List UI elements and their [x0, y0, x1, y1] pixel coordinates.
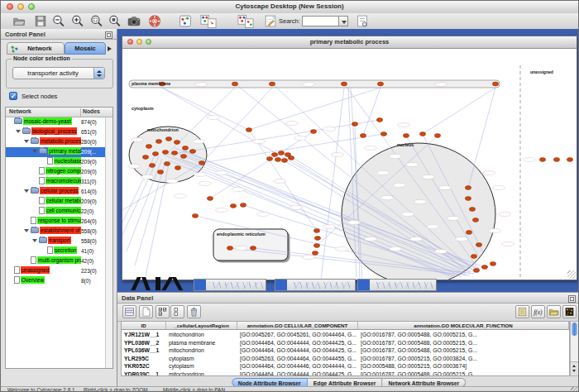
network-node[interactable]	[313, 229, 319, 233]
network-edge[interactable]	[363, 88, 380, 136]
network-node[interactable]	[492, 82, 498, 86]
network-node[interactable]	[472, 218, 478, 222]
table-column-header[interactable]: annotation.GO MOLECULAR_FUNCTION	[358, 322, 569, 330]
tree-row-4[interactable]: nucleobase-209(0)	[6, 157, 106, 167]
manual-layout-icon[interactable]	[263, 14, 278, 28]
attribute-grid-icon[interactable]	[122, 305, 136, 318]
network-node[interactable]	[434, 134, 440, 138]
tree-row-15[interactable]: unassigned223(0)	[6, 266, 106, 276]
network-node[interactable]	[240, 203, 246, 208]
zoom-fit-content-icon[interactable]	[108, 14, 122, 28]
network-node[interactable]	[476, 243, 481, 247]
network-node[interactable]	[232, 82, 237, 86]
network-node[interactable]	[310, 130, 316, 134]
network-node[interactable]	[175, 166, 180, 170]
network-node[interactable]	[157, 170, 163, 174]
tree-row-16[interactable]: Overview8(0)	[6, 276, 106, 286]
function-builder-icon[interactable]: f(x)	[531, 305, 545, 318]
network-node[interactable]	[313, 244, 319, 248]
network-node[interactable]	[469, 208, 475, 212]
float-panel-icon[interactable]	[105, 31, 112, 39]
network-node[interactable]	[360, 134, 366, 138]
tab-overflow-icon[interactable]	[106, 42, 114, 55]
network-node[interactable]	[275, 158, 280, 162]
table-cell[interactable]: mitochondrion	[166, 331, 237, 339]
tree-row-10[interactable]: response to stimulu264(0)	[6, 217, 106, 227]
search-input[interactable]	[302, 16, 341, 26]
network-node[interactable]	[539, 158, 545, 162]
network-node[interactable]	[567, 158, 572, 162]
table-cell[interactable]: [GO:0045267, GO:0045261, GO:0044464, G..…	[237, 331, 358, 339]
tree-row-14[interactable]: multi-organism pro42(0)	[6, 256, 106, 266]
network-node[interactable]	[182, 146, 188, 151]
network-node[interactable]	[162, 151, 168, 155]
help-lifebuoy-icon[interactable]	[147, 14, 162, 28]
tree-scrollbar[interactable]	[105, 117, 112, 368]
network-node[interactable]	[490, 262, 495, 266]
network-node[interactable]	[281, 159, 287, 163]
tree-row-7[interactable]: cellular process614(0)	[6, 187, 106, 197]
network-node[interactable]	[174, 141, 179, 145]
minimize-network-icon[interactable]	[136, 39, 142, 45]
network-node[interactable]	[230, 204, 236, 208]
network-node[interactable]	[465, 186, 471, 190]
network-node[interactable]	[199, 161, 204, 165]
birdseye-view-icon[interactable]	[178, 14, 193, 28]
close-window-icon[interactable]	[7, 3, 13, 10]
zoom-selected-region-icon[interactable]	[89, 14, 104, 28]
table-cell[interactable]: [GO:0016787, GO:0005488, GO:0005215, G..…	[358, 370, 569, 377]
network-node[interactable]	[192, 214, 198, 218]
table-cell[interactable]: YJR121W__1	[122, 331, 166, 339]
network-node[interactable]	[269, 82, 275, 86]
table-cell[interactable]: [GO:0005488, GO:0005215, GO:0003674]	[358, 362, 569, 370]
network-node[interactable]	[246, 128, 251, 132]
network-node[interactable]	[471, 255, 476, 259]
network-node[interactable]	[171, 151, 177, 155]
import-attributes-icon[interactable]	[547, 305, 561, 318]
select-all-attributes-icon[interactable]	[156, 305, 170, 318]
tree-row-0[interactable]: mosaic-demo-yeast874(0)	[6, 117, 106, 127]
tab-mosaic[interactable]: Mosaic	[65, 42, 106, 55]
attribute-table[interactable]: ID_cellularLayoutRegionannotation.GO CEL…	[121, 321, 570, 376]
table-cell[interactable]: YKR052C	[122, 362, 166, 370]
unselect-all-attributes-icon[interactable]	[170, 305, 184, 318]
table-cell[interactable]: cytoplasm	[166, 362, 237, 370]
zoom-network-icon[interactable]	[146, 39, 151, 45]
network-edge[interactable]	[168, 120, 380, 155]
network-node[interactable]	[278, 151, 284, 155]
open-file-icon[interactable]	[12, 14, 26, 28]
zoom-out-icon[interactable]	[51, 14, 66, 28]
table-cell[interactable]: YLR295C	[122, 355, 166, 363]
search-config-icon[interactable]	[355, 14, 370, 28]
network-node[interactable]	[403, 134, 409, 138]
table-scrollbar-arrows[interactable]	[571, 361, 578, 375]
table-cell[interactable]: YDR039C__1	[122, 370, 166, 377]
table-cell[interactable]: YPL036W__1	[122, 347, 166, 355]
network-node[interactable]	[156, 140, 161, 144]
tree-row-11[interactable]: establishment of lo558(0)	[6, 227, 106, 237]
minimize-window-icon[interactable]	[17, 3, 24, 10]
tree-row-2[interactable]: metabolic process280(0)	[6, 137, 106, 147]
table-cell[interactable]: [GO:0016787, GO:0005488, GO:0005215, G..…	[358, 339, 569, 347]
network-node[interactable]	[352, 122, 357, 127]
table-cell[interactable]: [GO:0044464, GO:0044444, GO:0044425, G..…	[237, 347, 358, 355]
network-window-resize-grip[interactable]	[567, 270, 576, 279]
background-window-fragment[interactable]	[156, 277, 160, 290]
network-node[interactable]	[312, 251, 318, 256]
tab-network[interactable]: Network	[7, 42, 65, 55]
zoom-in-icon[interactable]	[70, 14, 85, 28]
attribute-notes-icon[interactable]	[515, 305, 529, 318]
background-window-fragment[interactable]	[275, 279, 356, 291]
network-node[interactable]	[419, 132, 425, 136]
table-scrollbar-thumb[interactable]	[572, 323, 577, 336]
network-node[interactable]	[377, 82, 383, 86]
network-node[interactable]	[180, 155, 186, 159]
paste-network-style-icon[interactable]	[237, 14, 255, 28]
network-node[interactable]	[189, 150, 195, 154]
table-cell[interactable]: plasma membrane	[166, 339, 237, 347]
network-node[interactable]	[341, 82, 347, 86]
new-attribute-icon[interactable]	[139, 305, 153, 318]
select-nodes-checkbox[interactable]: ✓	[9, 92, 17, 100]
table-scrollbar[interactable]	[570, 321, 579, 376]
network-node[interactable]	[227, 246, 232, 251]
